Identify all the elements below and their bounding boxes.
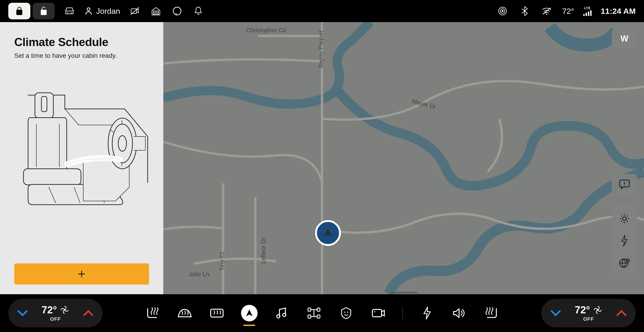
svg-rect-35 [308, 315, 311, 318]
svg-point-24 [624, 185, 625, 186]
compass-heading: W [620, 34, 628, 44]
cellular-status: LTE [583, 6, 592, 16]
lock-icon [15, 7, 24, 16]
bell-icon [194, 6, 203, 16]
nav-icon [245, 308, 254, 318]
clock: 11:24 AM [601, 7, 636, 16]
temp-up-icon[interactable] [83, 310, 94, 316]
driver-climate-control[interactable]: 72° OFF [8, 299, 102, 327]
map-feedback-button[interactable] [612, 174, 637, 195]
profile-name: Jordan [96, 7, 120, 16]
alexa-button[interactable] [171, 5, 184, 18]
road-label: Lefleur Dr [260, 238, 267, 264]
map-chargers-button[interactable] [612, 230, 637, 252]
fan-icon [593, 305, 602, 314]
signal-bars-icon [583, 10, 592, 16]
svg-point-0 [87, 8, 90, 11]
svg-rect-36 [317, 315, 320, 318]
temp-down-icon[interactable] [18, 310, 28, 316]
svg-point-3 [173, 7, 181, 15]
vehicle-button[interactable] [63, 5, 76, 18]
garage-button[interactable] [150, 5, 162, 18]
svg-rect-10 [586, 13, 587, 16]
passenger-fan-state: OFF [583, 316, 594, 322]
camera-off-icon [130, 7, 140, 16]
passenger-seat-heat-button[interactable] [484, 305, 500, 321]
map-view[interactable]: Christopher Cir Bayou Paquet Mayer Dr Le… [163, 22, 644, 294]
passenger-temp: 72° [575, 304, 590, 316]
seat-heat-icon [484, 306, 499, 320]
cabin-illustration [14, 89, 149, 211]
driver-temp: 72° [42, 304, 57, 316]
bolt-icon [620, 235, 628, 247]
rear-defrost-button[interactable] [209, 305, 225, 321]
climate-schedule-panel: Climate Schedule Set a time to have your… [0, 22, 163, 294]
panel-drag-handle[interactable] [390, 292, 418, 293]
guard-icon [340, 307, 352, 319]
svg-rect-9 [583, 14, 585, 16]
seat-heat-icon [145, 306, 160, 320]
svg-rect-39 [372, 309, 382, 317]
wifi-button[interactable] [540, 5, 553, 18]
camera-icon [372, 307, 385, 319]
camera-off-button[interactable] [128, 5, 141, 18]
panel-title: Climate Schedule [14, 36, 149, 49]
lock-button[interactable] [8, 3, 30, 19]
nav-arrow-icon [322, 227, 334, 239]
svg-rect-34 [317, 308, 320, 311]
driver-seat-heat-button[interactable] [144, 305, 160, 321]
svg-point-25 [622, 217, 626, 221]
main-content: Climate Schedule Set a time to have your… [0, 22, 644, 294]
plus-icon [77, 269, 86, 279]
front-defrost-icon [177, 307, 192, 319]
notifications-button[interactable] [192, 5, 205, 18]
wifi-off-icon [542, 7, 552, 15]
bolt-icon [422, 307, 432, 319]
divider [402, 306, 403, 320]
panel-subtitle: Set a time to have your cabin ready. [14, 52, 149, 59]
navigation-tab[interactable] [241, 305, 258, 321]
music-icon [275, 307, 288, 319]
profile-button[interactable]: Jordan [84, 7, 120, 16]
map-settings-button[interactable] [612, 208, 637, 230]
energy-tab[interactable] [419, 305, 435, 321]
feedback-icon [619, 179, 630, 190]
map-tools [612, 204, 637, 278]
hotspot-button[interactable] [496, 5, 509, 18]
network-type: LTE [584, 6, 591, 10]
bottom-bar: 72° OFF [0, 294, 644, 332]
compass-button[interactable]: W [612, 30, 637, 48]
bluetooth-button[interactable] [518, 5, 531, 18]
map-satellite-button[interactable] [612, 252, 637, 274]
fan-icon [60, 305, 69, 314]
add-schedule-button[interactable] [14, 263, 149, 284]
alexa-icon [172, 6, 182, 16]
media-tab[interactable] [274, 305, 290, 321]
svg-point-38 [347, 312, 348, 313]
svg-point-7 [546, 14, 547, 15]
svg-rect-11 [588, 12, 589, 16]
front-defrost-button[interactable] [177, 305, 193, 321]
bluetooth-icon [522, 6, 528, 16]
rear-defrost-icon [209, 307, 224, 319]
svg-rect-12 [590, 10, 592, 16]
volume-button[interactable] [451, 305, 467, 321]
outside-temp: 72° [562, 7, 574, 16]
svg-rect-30 [211, 309, 223, 317]
drive-modes-tab[interactable] [306, 305, 322, 321]
svg-point-40 [374, 311, 375, 312]
car-icon [64, 7, 75, 16]
road-label: Tiny Ct [218, 252, 226, 271]
svg-point-37 [344, 312, 346, 313]
current-location-marker[interactable] [315, 220, 341, 246]
driver-fan-state: OFF [50, 316, 61, 322]
person-icon [84, 7, 93, 16]
svg-rect-33 [308, 308, 311, 311]
temp-up-icon[interactable] [616, 310, 626, 316]
passenger-climate-control[interactable]: 72° OFF [542, 299, 636, 327]
temp-down-icon[interactable] [550, 310, 561, 316]
cameras-tab[interactable] [370, 305, 386, 321]
gear-guard-tab[interactable] [338, 305, 354, 321]
unlock-button[interactable] [33, 3, 55, 19]
svg-rect-1 [131, 9, 136, 13]
